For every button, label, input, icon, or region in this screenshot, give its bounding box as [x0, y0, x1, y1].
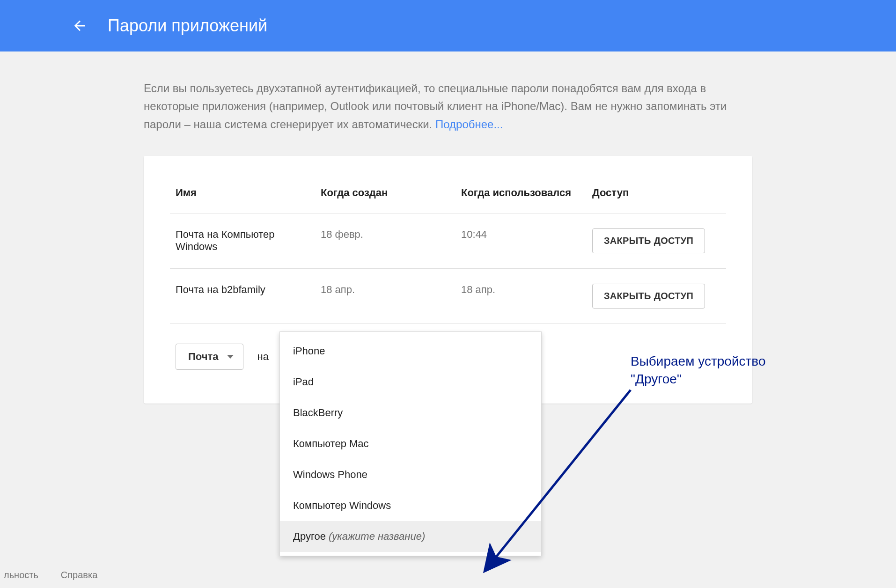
page-title: Пароли приложений: [108, 16, 267, 36]
passwords-card: Имя Когда создан Когда использовался Дос…: [144, 156, 752, 404]
back-arrow-icon[interactable]: [70, 16, 89, 35]
cell-access: ЗАКРЫТЬ ДОСТУП: [587, 213, 726, 269]
revoke-button[interactable]: ЗАКРЫТЬ ДОСТУП: [592, 284, 705, 309]
menu-item-windows[interactable]: Компьютер Windows: [280, 490, 541, 521]
footer-link-privacy[interactable]: льность: [4, 570, 38, 581]
col-access: Доступ: [587, 178, 726, 213]
cell-used: 18 апр.: [455, 269, 587, 324]
app-select-label: Почта: [188, 351, 219, 363]
menu-item-other-label: Другое: [293, 530, 329, 542]
cell-created: 18 апр.: [315, 269, 455, 324]
menu-item-blackberry[interactable]: BlackBerry: [280, 397, 541, 428]
cell-name: Почта на b2bfamily: [170, 269, 315, 324]
menu-item-other[interactable]: Другое (укажите название): [280, 521, 541, 552]
table-row: Почта на Компьютер Windows 18 февр. 10:4…: [170, 213, 726, 269]
content-area: Если вы пользуетесь двухэтапной аутентиф…: [134, 51, 762, 404]
menu-item-mac[interactable]: Компьютер Mac: [280, 428, 541, 459]
cell-name: Почта на Компьютер Windows: [170, 213, 315, 269]
device-menu: iPhone iPad BlackBerry Компьютер Mac Win…: [279, 331, 542, 556]
menu-item-iphone[interactable]: iPhone: [280, 336, 541, 367]
col-name: Имя: [170, 178, 315, 213]
app-header: Пароли приложений: [0, 0, 896, 51]
on-label: на: [257, 351, 269, 363]
menu-item-ipad[interactable]: iPad: [280, 367, 541, 397]
table-header-row: Имя Когда создан Когда использовался Дос…: [170, 178, 726, 213]
menu-item-other-hint: (укажите название): [329, 530, 425, 542]
footer-links: льность Справка: [0, 570, 97, 581]
cell-access: ЗАКРЫТЬ ДОСТУП: [587, 269, 726, 324]
annotation-line2: "Другое": [631, 372, 682, 386]
col-created: Когда создан: [315, 178, 455, 213]
intro-paragraph: Если вы пользуетесь двухэтапной аутентиф…: [144, 80, 752, 133]
revoke-button[interactable]: ЗАКРЫТЬ ДОСТУП: [592, 228, 705, 253]
menu-item-winphone[interactable]: Windows Phone: [280, 459, 541, 490]
passwords-table: Имя Когда создан Когда использовался Дос…: [170, 178, 726, 324]
table-row: Почта на b2bfamily 18 апр. 18 апр. ЗАКРЫ…: [170, 269, 726, 324]
col-used: Когда использовался: [455, 178, 587, 213]
footer-link-help[interactable]: Справка: [61, 570, 97, 581]
caret-down-icon: [227, 355, 234, 359]
learn-more-link[interactable]: Подробнее...: [435, 118, 503, 131]
cell-used: 10:44: [455, 213, 587, 269]
app-select[interactable]: Почта: [176, 344, 243, 370]
cell-created: 18 февр.: [315, 213, 455, 269]
